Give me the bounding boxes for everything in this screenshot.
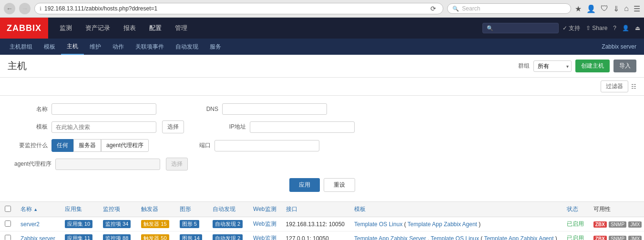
row1-items-badge[interactable]: 监控项 34 [103,220,131,228]
col-graphs[interactable]: 图形 [175,202,208,217]
filter-ip-input[interactable] [250,121,355,133]
hosts-table: 名称 应用集 监控项 触发器 图形 自动发现 [0,202,644,240]
menu-item-reports[interactable]: 报表 [117,18,143,39]
app-container: ZABBIX 监测 资产记录 报表 配置 管理 🔍 ✓ [0,18,644,240]
browser-search-bar[interactable]: 🔍 Search [447,3,571,14]
group-select-wrapper[interactable]: 所有 [533,60,572,72]
bookmark-icon[interactable]: ★ [575,4,582,13]
row1-checkbox[interactable] [5,220,11,227]
select-all-col [0,202,16,217]
row1-template-link2[interactable]: Template App Zabbix Agent [408,221,477,228]
row2-checkbox[interactable] [5,235,11,240]
menu-item-config[interactable]: 配置 [143,18,168,39]
row1-apps: 应用集 10 [60,217,98,231]
col-web[interactable]: Web监测 [248,202,281,217]
filter-monitor-agent[interactable]: agent代理程序 [101,139,149,152]
top-search[interactable]: 🔍 [482,23,559,33]
filter-agent-input[interactable] [55,159,160,170]
col-interface[interactable]: 接口 [281,202,349,217]
filter-icon: ☷ [631,83,636,90]
create-host-button[interactable]: 创建主机 [575,60,610,72]
row1-triggers-badge[interactable]: 触发器 15 [141,220,169,228]
menu-item-admin[interactable]: 管理 [168,18,194,39]
row2-web: Web监测 [248,231,281,240]
row2-template-link3[interactable]: Template App Zabbix Agent [484,235,553,240]
row2-template-link2[interactable]: Template OS Linux [431,235,479,240]
top-search-input[interactable] [495,25,554,31]
row1-template-link[interactable]: Template OS Linux [354,221,402,228]
filter-dns-input[interactable] [222,103,327,115]
sub-nav-actions[interactable]: 动作 [107,39,130,55]
table-header: 名称 应用集 监控项 触发器 图形 自动发现 [0,202,644,217]
filter-agent-field: agent代理程序 选择 [14,158,188,170]
filter-agent-select-btn[interactable]: 选择 [166,158,188,170]
filter-name-input[interactable] [51,103,156,115]
menu-item-assets[interactable]: 资产记录 [79,18,117,39]
row1-graphs-badge[interactable]: 图形 5 [180,220,199,228]
filter-name-field: 名称 [14,103,156,115]
reload-btn[interactable]: ⟳ [429,5,438,12]
row1-discovery-badge[interactable]: 自动发现 2 [213,220,243,228]
url-bar[interactable]: ℹ 192.168.13.111/zabbix/hosts.php?ddrese… [34,3,443,14]
filter-monitor-server[interactable]: 服务器 [73,139,101,152]
menu-icon[interactable]: ☰ [634,4,640,13]
sub-nav-discovery[interactable]: 自动发现 [170,39,204,55]
sub-nav-hosts[interactable]: 主机 [61,39,84,55]
row1-triggers: 触发器 15 [136,217,174,231]
group-select[interactable]: 所有 [533,60,572,72]
row2-graphs-badge[interactable]: 图形 14 [180,234,202,240]
filter-template-select-btn[interactable]: 选择 [162,120,184,133]
support-link[interactable]: ✓ 支持 [562,24,580,32]
col-items[interactable]: 监控项 [98,202,136,217]
col-template[interactable]: 模板 [349,202,562,217]
row1-name-link[interactable]: server2 [20,221,40,228]
filter-monitor-any[interactable]: 任何 [51,139,73,152]
filter-template-input[interactable] [51,121,156,133]
import-button[interactable]: 导入 [613,60,636,72]
zabbix-logo: ZABBIX [0,18,48,39]
row2-template-link1[interactable]: Template App Zabbix Server [354,235,426,240]
filter-port-input[interactable] [215,140,319,151]
row1-apps-badge[interactable]: 应用集 10 [65,220,92,228]
home-icon[interactable]: ⌂ [624,4,629,13]
row1-web-link[interactable]: Web监测 [253,220,276,227]
col-name[interactable]: 名称 [16,202,60,217]
col-triggers[interactable]: 触发器 [136,202,174,217]
sub-nav-corr-events[interactable]: 关联项事件 [130,39,170,55]
row2-name-link[interactable]: Zabbix server [20,235,55,240]
row2-web-link[interactable]: Web监测 [253,235,276,240]
col-status[interactable]: 状态 [562,202,589,217]
account-icon[interactable]: 👤 [586,4,596,13]
filter-row-3: 要监控什么 任何 服务器 agent代理程序 端口 [14,139,630,152]
row2-cb[interactable] [0,231,16,240]
menu-item-monitor[interactable]: 监测 [53,18,79,39]
select-all-checkbox[interactable] [5,206,11,212]
page-header-right: 群组 所有 创建主机 导入 [518,60,636,72]
row2-triggers-badge[interactable]: 触发器 50 [141,234,169,240]
col-discovery[interactable]: 自动发现 [208,202,248,217]
row2-items-badge[interactable]: 监控项 88 [103,234,131,240]
sub-nav-server-name: Zabbix server [602,43,640,50]
reset-button[interactable]: 重设 [324,178,355,192]
row2-discovery-badge[interactable]: 自动发现 2 [213,234,243,240]
browser-back-btn[interactable]: ← [4,3,15,14]
browser-forward-btn[interactable]: → [19,3,31,14]
sub-nav-maintenance[interactable]: 维护 [84,39,107,55]
shield-icon[interactable]: 🛡 [601,4,608,13]
col-apps[interactable]: 应用集 [60,202,98,217]
user-icon[interactable]: 👤 [622,25,629,31]
filter-dns-field: DNS [185,103,327,115]
sub-nav-templates[interactable]: 模板 [38,39,61,55]
download-icon[interactable]: ⇓ [613,4,619,13]
logout-icon[interactable]: ⏏ [635,25,640,31]
filter-toggle-button[interactable]: 过滤器 [601,80,628,92]
sub-nav-services[interactable]: 服务 [204,39,227,55]
row1-cb[interactable] [0,217,16,231]
row2-zbx-tag: ZBX [593,236,607,240]
sub-nav-host-groups[interactable]: 主机群组 [4,39,38,55]
apply-button[interactable]: 应用 [289,178,320,192]
help-icon[interactable]: ? [613,25,616,31]
filter-dns-label: DNS [185,106,218,112]
row2-apps-badge[interactable]: 应用集 11 [65,234,92,240]
share-link[interactable]: ⇧ Share [586,25,607,31]
